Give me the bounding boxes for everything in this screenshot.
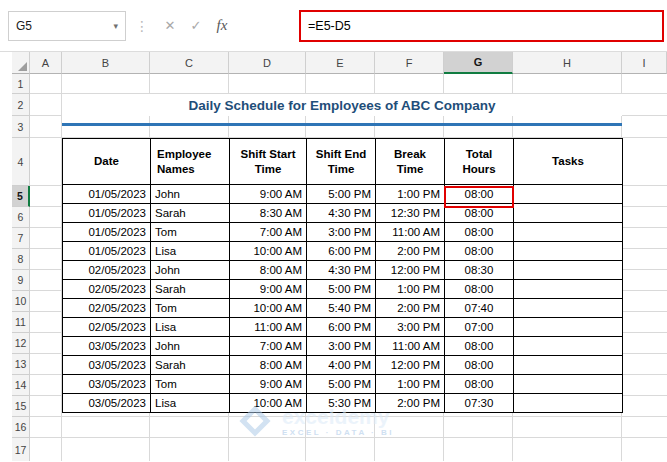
table-cell[interactable]: Lisa xyxy=(151,242,230,261)
table-cell[interactable]: 5:40 PM xyxy=(307,299,376,318)
table-cell[interactable]: 10:00 AM xyxy=(230,299,307,318)
table-cell[interactable]: 12:30 PM xyxy=(376,204,445,223)
table-header-break-time[interactable]: Break Time xyxy=(376,139,445,185)
table-cell[interactable]: 01/05/2023 xyxy=(63,185,151,204)
table-cell[interactable]: 08:00 xyxy=(445,223,514,242)
table-cell[interactable]: 4:00 PM xyxy=(307,356,376,375)
table-cell[interactable]: 03/05/2023 xyxy=(63,337,151,356)
formula-input[interactable]: =E5-D5 xyxy=(299,10,664,42)
table-cell[interactable]: 8:00 AM xyxy=(230,356,307,375)
table-cell[interactable] xyxy=(514,185,623,204)
name-box-dropdown-icon[interactable]: ▾ xyxy=(113,21,118,31)
table-cell[interactable]: 01/05/2023 xyxy=(63,204,151,223)
table-cell[interactable] xyxy=(514,299,623,318)
table-cell[interactable]: 9:00 AM xyxy=(230,280,307,299)
table-cell[interactable]: 2:00 PM xyxy=(376,394,445,413)
table-cell[interactable]: 08:00 xyxy=(445,375,514,394)
table-cell[interactable]: 5:00 PM xyxy=(307,280,376,299)
table-cell[interactable]: Tom xyxy=(151,375,230,394)
table-cell[interactable] xyxy=(514,375,623,394)
table-cell[interactable]: 01/05/2023 xyxy=(63,223,151,242)
table-cell[interactable]: 9:00 AM xyxy=(230,375,307,394)
table-header-employee-names[interactable]: Employee Names xyxy=(151,139,230,185)
row-header-11[interactable]: 11 xyxy=(12,312,30,333)
table-header-date[interactable]: Date xyxy=(63,139,151,185)
table-header-shift-start-time[interactable]: Shift Start Time xyxy=(230,139,307,185)
table-cell[interactable] xyxy=(514,223,623,242)
table-cell[interactable] xyxy=(514,242,623,261)
table-cell[interactable]: Sarah xyxy=(151,280,230,299)
table-cell[interactable]: 8:00 AM xyxy=(230,261,307,280)
row-header-2[interactable]: 2 xyxy=(12,94,30,116)
table-cell[interactable]: 10:00 AM xyxy=(230,242,307,261)
table-cell[interactable]: 12:00 PM xyxy=(376,261,445,280)
row-header-12[interactable]: 12 xyxy=(12,333,30,354)
table-cell[interactable] xyxy=(514,356,623,375)
table-cell[interactable]: 02/05/2023 xyxy=(63,318,151,337)
row-header-13[interactable]: 13 xyxy=(12,354,30,375)
table-cell[interactable] xyxy=(514,318,623,337)
table-cell[interactable]: 11:00 AM xyxy=(376,337,445,356)
table-cell[interactable]: 5:00 PM xyxy=(307,375,376,394)
table-cell[interactable]: 1:00 PM xyxy=(376,280,445,299)
table-cell[interactable]: 08:30 xyxy=(445,261,514,280)
table-cell[interactable]: Lisa xyxy=(151,394,230,413)
column-header-i[interactable]: I xyxy=(622,52,667,74)
column-header-b[interactable]: B xyxy=(62,52,150,74)
insert-function-icon[interactable]: fx xyxy=(209,12,235,40)
column-header-d[interactable]: D xyxy=(229,52,306,74)
select-all-corner[interactable] xyxy=(12,52,30,74)
table-cell[interactable]: John xyxy=(151,185,230,204)
table-cell[interactable]: 02/05/2023 xyxy=(63,299,151,318)
table-cell[interactable]: Tom xyxy=(151,223,230,242)
table-cell[interactable] xyxy=(514,280,623,299)
table-cell[interactable]: 5:30 PM xyxy=(307,394,376,413)
table-cell[interactable]: John xyxy=(151,337,230,356)
table-cell[interactable]: 4:30 PM xyxy=(307,204,376,223)
row-header-3[interactable]: 3 xyxy=(12,116,30,138)
table-cell[interactable]: Sarah xyxy=(151,356,230,375)
table-cell[interactable]: 03/05/2023 xyxy=(63,394,151,413)
table-cell[interactable] xyxy=(514,204,623,223)
table-cell[interactable]: 4:30 PM xyxy=(307,261,376,280)
table-cell[interactable]: 7:00 AM xyxy=(230,223,307,242)
row-header-17[interactable]: 17 xyxy=(12,438,30,461)
table-header-tasks[interactable]: Tasks xyxy=(514,139,623,185)
table-cell[interactable]: 08:00 xyxy=(445,356,514,375)
table-cell[interactable]: 2:00 PM xyxy=(376,242,445,261)
table-cell[interactable]: 10:00 AM xyxy=(230,394,307,413)
table-cell[interactable]: Sarah xyxy=(151,204,230,223)
table-cell[interactable]: 07:40 xyxy=(445,299,514,318)
row-header-9[interactable]: 9 xyxy=(12,270,30,291)
table-cell[interactable]: 3:00 PM xyxy=(307,223,376,242)
column-header-c[interactable]: C xyxy=(150,52,229,74)
table-cell[interactable]: 6:00 PM xyxy=(307,242,376,261)
row-header-4[interactable]: 4 xyxy=(12,138,30,186)
table-cell[interactable]: Tom xyxy=(151,299,230,318)
table-cell[interactable]: 3:00 PM xyxy=(376,318,445,337)
table-cell[interactable]: 7:00 AM xyxy=(230,337,307,356)
table-cell[interactable]: 3:00 PM xyxy=(307,337,376,356)
table-cell[interactable]: 1:00 PM xyxy=(376,375,445,394)
table-cell[interactable]: 9:00 AM xyxy=(230,185,307,204)
table-cell[interactable]: 01/05/2023 xyxy=(63,242,151,261)
row-header-1[interactable]: 1 xyxy=(12,74,30,94)
table-cell[interactable] xyxy=(514,337,623,356)
table-cell[interactable] xyxy=(514,261,623,280)
table-cell[interactable]: 08:00 xyxy=(445,337,514,356)
table-cell[interactable]: 12:00 PM xyxy=(376,356,445,375)
table-cell[interactable]: Lisa xyxy=(151,318,230,337)
row-header-14[interactable]: 14 xyxy=(12,375,30,396)
table-cell[interactable]: 11:00 AM xyxy=(376,223,445,242)
table-cell[interactable]: 08:00 xyxy=(445,280,514,299)
table-cell[interactable]: 8:30 AM xyxy=(230,204,307,223)
table-cell[interactable]: 6:00 PM xyxy=(307,318,376,337)
table-cell[interactable]: 03/05/2023 xyxy=(63,375,151,394)
enter-icon[interactable]: ✓ xyxy=(183,12,209,40)
table-cell[interactable]: 07:00 xyxy=(445,318,514,337)
row-header-15[interactable]: 15 xyxy=(12,396,30,417)
table-cell[interactable]: 1:00 PM xyxy=(376,185,445,204)
table-cell[interactable] xyxy=(514,394,623,413)
row-header-8[interactable]: 8 xyxy=(12,249,30,270)
row-header-10[interactable]: 10 xyxy=(12,291,30,312)
